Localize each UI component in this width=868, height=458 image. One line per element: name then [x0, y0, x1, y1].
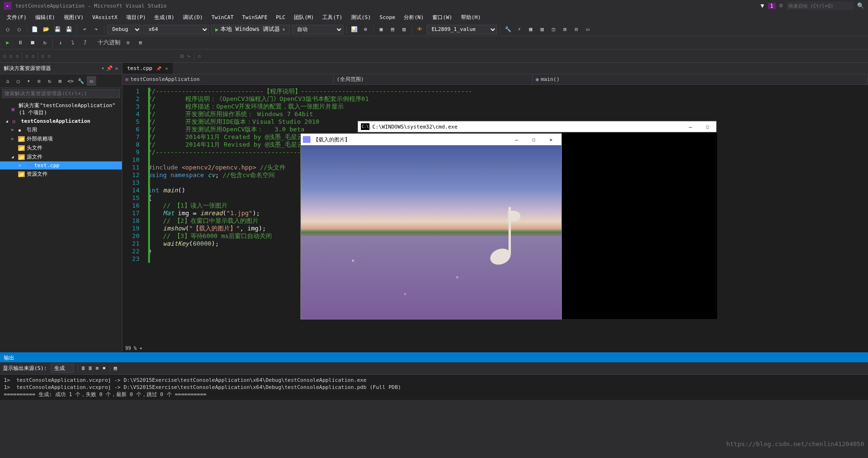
start-debug-button[interactable]: ▶ 本地 Windows 调试器 ▾	[211, 25, 290, 34]
feedback-icon[interactable]: ☺	[779, 2, 783, 9]
tool-icon[interactable]: ⚡	[515, 25, 524, 34]
save-all-icon[interactable]: 💾	[64, 25, 74, 34]
tool-icon[interactable]: ⊞	[55, 76, 65, 86]
step-icon[interactable]: ⤴	[80, 38, 90, 48]
menu-window[interactable]: 窗口(W)	[429, 12, 456, 22]
tool-icon[interactable]: ▤	[388, 25, 398, 34]
platform-combo[interactable]: x64	[143, 25, 209, 34]
tool-icon[interactable]: ◯	[13, 76, 23, 86]
refs-node[interactable]: ▷▪引用	[0, 125, 122, 134]
tool-icon[interactable]: ◫	[549, 25, 559, 34]
dropdown-icon[interactable]: ▾	[101, 65, 105, 71]
tool-icon[interactable]: ▭	[87, 76, 96, 86]
scope-global[interactable]: (全局范围)	[334, 74, 533, 84]
step-icon[interactable]: ⤵	[68, 38, 78, 48]
headers-node[interactable]: 📁头文件	[0, 143, 122, 152]
menu-plc[interactable]: PLC	[272, 13, 289, 22]
redo-icon[interactable]: ↷	[91, 25, 101, 34]
pin-icon[interactable]: 📌	[106, 65, 113, 71]
close-icon[interactable]: ✕	[115, 65, 118, 71]
refresh-icon[interactable]: ↻	[45, 76, 54, 86]
properties-icon[interactable]: 🔧	[76, 76, 86, 86]
menu-team[interactable]: 团队(M)	[290, 12, 318, 22]
tool-icon[interactable]: ⊞	[136, 38, 145, 48]
file-test-cpp[interactable]: ▷⁺⁺test.cpp	[0, 161, 122, 169]
open-file-icon[interactable]: 📂	[41, 25, 51, 34]
sources-node[interactable]: ◢📁源文件	[0, 152, 122, 161]
minimize-button[interactable]: —	[508, 137, 525, 143]
menu-view[interactable]: 视图(V)	[60, 12, 88, 22]
maximize-button[interactable]: ☐	[525, 137, 542, 143]
menu-twincat[interactable]: TwinCAT	[208, 13, 237, 22]
tool-icon[interactable]: ⊟	[572, 25, 581, 34]
tool-icon[interactable]: ⚙	[361, 25, 370, 34]
menu-edit[interactable]: 编辑(E)	[31, 12, 59, 22]
menu-project[interactable]: 项目(P)	[122, 12, 150, 22]
tool-icon[interactable]: <>	[66, 76, 75, 86]
menu-file[interactable]: 文件(F)	[3, 12, 30, 22]
close-button[interactable]: ✕	[542, 137, 559, 143]
tool-icon[interactable]: ⊙	[34, 76, 44, 86]
search-icon[interactable]: 🔍	[857, 2, 864, 9]
close-icon[interactable]: ✕	[165, 66, 168, 71]
tool-icon[interactable]: ▫	[198, 53, 201, 60]
scope-project[interactable]: ▣testConsoleApplication	[122, 74, 334, 84]
tool-icon[interactable]: ▣	[377, 25, 386, 34]
continue-icon[interactable]: ▶	[3, 38, 12, 48]
clear-icon[interactable]: ✖	[102, 365, 106, 371]
tool-icon[interactable]: ⊟	[180, 53, 184, 60]
tool-icon[interactable]: ▭	[583, 25, 593, 34]
menu-tools[interactable]: 工具(T)	[319, 12, 346, 22]
tool-icon[interactable]: ≡	[96, 365, 99, 371]
maximize-button[interactable]: ☐	[699, 124, 716, 130]
restart-icon[interactable]: ↻	[40, 38, 50, 48]
notification-count[interactable]: 1	[768, 3, 776, 9]
step-icon[interactable]: ↓	[56, 38, 65, 48]
output-content[interactable]: 1> testConsoleApplication.vcxproj -> D:\…	[0, 375, 868, 400]
notifications-flag-icon[interactable]: ▼	[761, 2, 764, 9]
menu-analyze[interactable]: 分析(N)	[400, 12, 428, 22]
menu-build[interactable]: 生成(B)	[150, 12, 178, 22]
zoom-indicator[interactable]: 99 % ▾	[122, 344, 868, 352]
stop-icon[interactable]: ⏹	[28, 38, 37, 48]
save-icon[interactable]: 💾	[53, 25, 62, 34]
minimize-button[interactable]: —	[682, 124, 699, 130]
tool-icon[interactable]: ▦	[526, 25, 536, 34]
ext-deps-node[interactable]: ▷📁外部依赖项	[0, 134, 122, 143]
tool-icon[interactable]: 📊	[349, 25, 359, 34]
tool-icon[interactable]: ≣	[89, 365, 92, 371]
pin-icon[interactable]: 📌	[156, 66, 161, 71]
config-combo[interactable]: Debug	[107, 25, 141, 34]
output-source-combo[interactable]: 生成	[51, 364, 74, 373]
watch-icon[interactable]: 👁	[415, 25, 425, 34]
cmd-window[interactable]: C:\ C:\WINDOWS\system32\cmd.exe — ☐	[358, 121, 717, 132]
tool-icon[interactable]: ≣	[82, 365, 85, 371]
tool-icon[interactable]: ⊞	[560, 25, 570, 34]
tool-icon[interactable]: 🔧	[503, 25, 513, 34]
resources-node[interactable]: 📁资源文件	[0, 169, 122, 179]
menu-help[interactable]: 帮助(H)	[457, 12, 485, 22]
project-node[interactable]: ◢⊞testConsoleApplication	[0, 117, 122, 125]
menu-test[interactable]: 测试(S)	[347, 12, 375, 22]
menu-debug[interactable]: 调试(D)	[179, 12, 207, 22]
new-file-icon[interactable]: 📄	[30, 25, 40, 34]
radix-label[interactable]: 十六进制	[98, 39, 120, 47]
quick-launch-input[interactable]	[787, 1, 853, 10]
tool-icon[interactable]: ⊙	[123, 38, 133, 48]
mode-combo[interactable]: 自动	[292, 25, 343, 34]
solution-node[interactable]: ▣解决方案"testConsoleApplication"(1 个项目)	[0, 101, 122, 117]
tool-icon[interactable]: ▥	[399, 25, 409, 34]
home-icon[interactable]: ⌂	[3, 76, 12, 86]
image-titlebar[interactable]: 【载入的图片】 — ☐ ✕	[301, 134, 561, 145]
menu-twinsafe[interactable]: TwinSAFE	[239, 13, 271, 22]
undo-icon[interactable]: ↶	[80, 25, 90, 34]
image-window[interactable]: 【载入的图片】 — ☐ ✕	[300, 133, 562, 319]
pause-icon[interactable]: ⏸	[15, 38, 25, 48]
menu-vassistx[interactable]: VAssistX	[89, 13, 121, 22]
menu-scope[interactable]: Scope	[376, 13, 399, 22]
solution-search-input[interactable]	[2, 89, 120, 98]
var-combo[interactable]: EL2809_1_value	[427, 25, 497, 34]
tool-icon[interactable]: ▾	[24, 76, 33, 86]
tab-test-cpp[interactable]: test.cpp 📌 ✕	[122, 63, 173, 74]
tool-icon[interactable]: ▤	[114, 365, 117, 371]
